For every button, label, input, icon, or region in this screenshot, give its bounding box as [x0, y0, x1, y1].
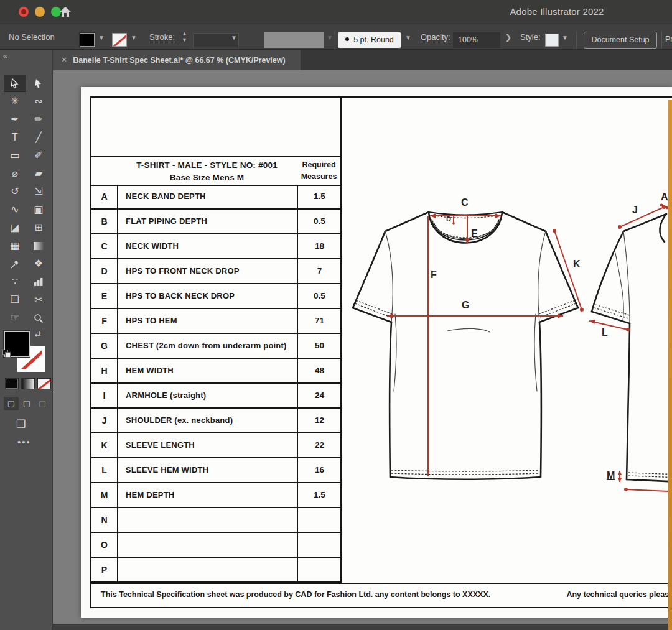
tshirt-flat-svg [342, 98, 672, 583]
table-row: IARMHOLE (straight)24 [91, 384, 341, 409]
rectangle-tool[interactable]: ▭ [4, 147, 26, 164]
draw-behind-button[interactable]: ▢ [19, 397, 34, 410]
row-required-measure: 16 [297, 458, 341, 483]
style-swatch[interactable] [545, 34, 559, 47]
slice-tool[interactable]: ✂ [27, 291, 50, 308]
artboard-tool[interactable]: ❏ [4, 291, 26, 308]
opacity-input[interactable]: 100% [453, 32, 500, 48]
column-graph-tool[interactable] [27, 273, 50, 290]
style-chevron-icon[interactable]: ▼ [562, 34, 568, 41]
close-window-button[interactable] [19, 7, 29, 17]
row-description: SLEEVE LENGTH [117, 433, 297, 458]
tab-close-icon[interactable]: × [62, 55, 67, 65]
row-letter: M [91, 483, 117, 508]
swap-fill-stroke-icon[interactable]: ⇄ [35, 330, 41, 338]
opacity-panel-arrow-icon[interactable]: ❯ [505, 33, 511, 42]
row-required-measure: 71 [297, 309, 341, 334]
width-tool[interactable]: ∿ [4, 201, 26, 218]
home-icon[interactable] [58, 5, 72, 21]
row-description [117, 533, 297, 558]
curvature-tool[interactable]: ✏ [27, 111, 50, 128]
row-letter: P [91, 558, 117, 583]
row-description: NECK BAND DEPTH [117, 185, 297, 210]
variable-width-profile-dropdown[interactable] [264, 32, 324, 48]
table-row: JSHOULDER (ex. neckband)12 [91, 409, 341, 433]
draw-inside-button[interactable]: ▢ [35, 397, 50, 410]
row-description: HPS TO FRONT NECK DROP [117, 259, 297, 284]
label-hem-depth: M [607, 470, 615, 481]
hand-tool[interactable]: ☞ [4, 309, 26, 327]
direct-selection-tool[interactable] [27, 75, 50, 92]
zoom-tool-icon [34, 313, 44, 323]
row-letter: O [91, 533, 117, 558]
eraser-tool[interactable]: ▰ [27, 165, 50, 182]
minimize-window-button[interactable] [35, 7, 45, 17]
color-mode-button[interactable] [5, 378, 19, 389]
edit-toolbar-dots-icon[interactable]: ••• [17, 437, 31, 447]
document-setup-button[interactable]: Document Setup [584, 32, 657, 49]
label-hps-to-hem: F [431, 269, 437, 280]
rotate-tool[interactable]: ↺ [4, 183, 26, 200]
change-screen-mode-icon[interactable]: ❐ [16, 418, 26, 431]
paintbrush-tool[interactable]: ✐ [27, 147, 50, 164]
tab-bar: ×Banelle T-Shirt Spec Sheet.ai* @ 66.67 … [53, 50, 672, 70]
shaper-tool[interactable]: ⌀ [4, 165, 26, 182]
stroke-label[interactable]: Stroke: [149, 32, 175, 42]
mesh-tool[interactable]: ▦ [4, 237, 26, 254]
profile-chevron-icon[interactable]: ▼ [327, 34, 333, 41]
stroke-weight-chevron-icon[interactable]: ▼ [231, 34, 237, 41]
stroke-chevron-icon[interactable]: ▼ [131, 34, 137, 41]
symbol-sprayer-tool[interactable]: ∵ [4, 273, 26, 290]
row-letter: D [91, 259, 117, 284]
default-fill-stroke-icon[interactable] [2, 350, 11, 358]
collapse-panel-icon[interactable]: « [3, 52, 6, 60]
scale-tool[interactable]: ⇲ [27, 183, 50, 200]
brush-dot-icon [345, 37, 349, 41]
preferences-button-partial[interactable]: Pr [665, 32, 672, 49]
selection-tool[interactable] [4, 75, 26, 92]
type-tool[interactable]: T [4, 129, 26, 146]
fill-chevron-icon[interactable]: ▼ [98, 34, 105, 41]
document-tab[interactable]: ×Banelle T-Shirt Spec Sheet.ai* @ 66.67 … [53, 50, 301, 70]
control-bar: No Selection ▼ ▼ Stroke: ▲▼ ▼ ▼ 5 pt. Ro… [0, 24, 672, 50]
table-row: HHEM WIDTH48 [91, 359, 341, 384]
row-required-measure: 22 [297, 433, 341, 458]
stroke-weight-stepper[interactable]: ▲▼ [182, 30, 187, 43]
gradient-mode-button[interactable] [21, 378, 35, 389]
draw-normal-button[interactable]: ▢ [4, 397, 19, 410]
lasso-tool[interactable]: ∾ [27, 93, 50, 110]
stroke-color-swatch[interactable] [112, 33, 127, 47]
brush-chevron-icon[interactable]: ▼ [405, 34, 411, 41]
gradient-tool[interactable] [27, 237, 50, 254]
label-shoulder: J [632, 205, 638, 216]
separator [576, 32, 577, 48]
table-row: GCHEST (2cm down from underarm point)50 [91, 334, 341, 359]
perspective-grid-tool[interactable]: ⊞ [27, 219, 50, 236]
row-letter: E [91, 284, 117, 309]
free-transform-tool[interactable]: ▣ [27, 201, 50, 218]
row-required-measure: 18 [297, 234, 341, 259]
row-description: SLEEVE HEM WIDTH [117, 458, 297, 483]
blend-tool[interactable]: ❖ [27, 255, 50, 272]
gradient-tool-icon [34, 242, 44, 250]
brush-definition-dropdown[interactable]: 5 pt. Round [338, 32, 401, 48]
eyedropper-tool[interactable] [4, 255, 26, 272]
pen-tool[interactable]: ✒ [4, 111, 26, 128]
row-letter: A [91, 185, 117, 210]
table-row: P [91, 558, 341, 583]
row-description [117, 558, 297, 583]
table-row: FHPS TO HEM71 [91, 309, 341, 334]
shape-builder-tool[interactable]: ◪ [4, 219, 26, 236]
opacity-label[interactable]: Opacity: [421, 32, 450, 42]
row-letter: I [91, 384, 117, 409]
line-segment-tool[interactable]: ╱ [27, 129, 50, 146]
fill-color-swatch[interactable] [80, 33, 95, 47]
eyedropper-tool-icon [10, 259, 20, 269]
row-description: HPS TO HEM [117, 309, 297, 334]
tshirt-technical-drawing: C D E F G K J A L M [342, 98, 672, 583]
none-mode-button[interactable] [37, 378, 51, 389]
zoom-tool[interactable] [27, 309, 50, 327]
document-canvas[interactable]: T-SHIRT - MALE - STYLE NO: #001 Base Siz… [53, 70, 672, 624]
table-row: CNECK WIDTH18 [91, 234, 341, 259]
magic-wand-tool[interactable]: ✳ [4, 93, 26, 110]
